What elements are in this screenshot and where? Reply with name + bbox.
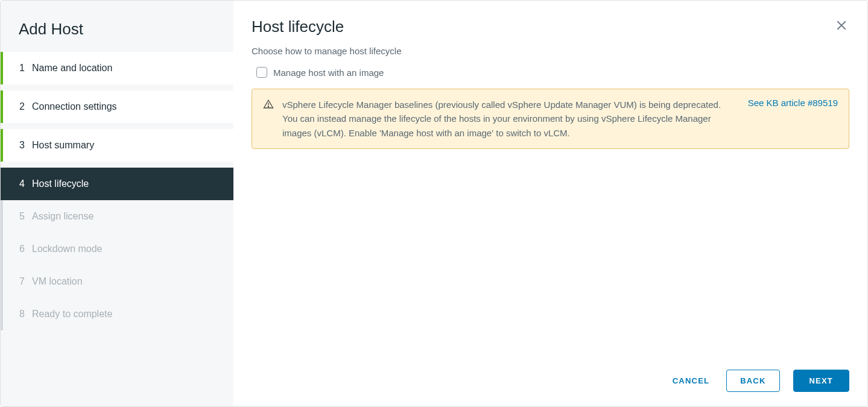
step-label: Ready to complete (32, 309, 112, 320)
step-number: 3 (16, 140, 25, 151)
add-host-dialog: Add Host 1 Name and location 2 Connectio… (0, 0, 868, 407)
kb-article-link[interactable]: See KB article #89519 (748, 98, 838, 108)
step-label: Host summary (32, 140, 94, 151)
svg-point-1 (268, 106, 268, 107)
main-header: Host lifecycle (252, 17, 849, 46)
step-lockdown-mode: 6 Lockdown mode (1, 233, 233, 265)
wizard-title: Add Host (1, 20, 233, 52)
close-button[interactable] (834, 17, 849, 36)
step-assign-license: 5 Assign license (1, 200, 233, 233)
manage-with-image-label[interactable]: Manage host with an image (273, 68, 384, 78)
cancel-button[interactable]: CANCEL (669, 370, 713, 391)
step-label: VM location (32, 276, 83, 287)
warning-icon (263, 99, 274, 110)
page-title: Host lifecycle (252, 17, 344, 36)
step-label: Connection settings (32, 101, 117, 112)
step-label: Host lifecycle (32, 178, 89, 189)
step-number: 1 (16, 63, 25, 74)
step-connection-settings[interactable]: 2 Connection settings (1, 90, 233, 123)
back-button[interactable]: BACK (726, 370, 779, 392)
wizard-sidebar: Add Host 1 Name and location 2 Connectio… (1, 1, 233, 406)
step-label: Lockdown mode (32, 244, 103, 254)
wizard-footer: CANCEL BACK NEXT (252, 358, 849, 392)
step-name-and-location[interactable]: 1 Name and location (1, 52, 233, 84)
step-host-summary[interactable]: 3 Host summary (1, 129, 233, 162)
step-host-lifecycle[interactable]: 4 Host lifecycle (1, 168, 233, 200)
step-label: Assign license (32, 211, 93, 222)
close-icon (836, 20, 847, 31)
wizard-main-panel: Host lifecycle Choose how to manage host… (233, 1, 867, 406)
alert-text: vSphere Lifecycle Manager baselines (pre… (282, 98, 737, 140)
step-number: 8 (16, 309, 25, 320)
step-label: Name and location (32, 63, 112, 74)
step-ready-to-complete: 8 Ready to complete (1, 298, 233, 330)
page-subtitle: Choose how to manage host lifecycle (252, 46, 849, 56)
next-button[interactable]: NEXT (793, 370, 849, 392)
alert-body: vSphere Lifecycle Manager baselines (pre… (282, 98, 838, 140)
manage-with-image-row: Manage host with an image (256, 67, 849, 78)
step-number: 2 (16, 101, 25, 112)
wizard-steps: 1 Name and location 2 Connection setting… (1, 52, 233, 330)
deprecation-alert: vSphere Lifecycle Manager baselines (pre… (252, 89, 849, 149)
step-number: 4 (16, 178, 25, 189)
step-number: 7 (16, 276, 25, 287)
manage-with-image-checkbox[interactable] (256, 67, 267, 78)
step-number: 5 (16, 211, 25, 222)
step-vm-location: 7 VM location (1, 265, 233, 298)
step-number: 6 (16, 244, 25, 254)
